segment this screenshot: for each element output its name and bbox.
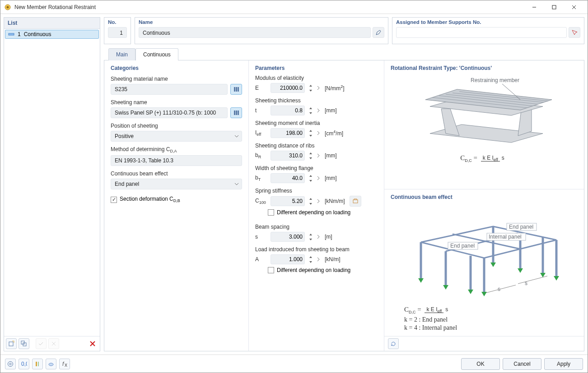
param-label: Sheeting moment of inertia [255, 120, 378, 126]
param-row: E210000.0[N/mm2] [255, 83, 378, 93]
preview-top: Rotational Restraint Type: 'Continuous' [384, 60, 584, 189]
param-unit: [N/mm2] [325, 84, 345, 92]
param-symbol: bT [255, 175, 268, 182]
restraint-diagram: Restraining member [391, 75, 578, 152]
spin-buttons[interactable] [308, 196, 314, 206]
param-value[interactable]: 1.000 [271, 254, 305, 264]
param-value[interactable]: 5.20 [271, 196, 305, 206]
list-item-name: Continuous [24, 31, 51, 37]
cloud-button[interactable] [46, 359, 56, 369]
name-input[interactable]: Continuous [139, 27, 371, 38]
spin-buttons[interactable] [308, 151, 314, 161]
tab-row: Main Continuous [104, 48, 584, 60]
tab-continuous[interactable]: Continuous [135, 48, 178, 60]
param-unit: [kNm/m] [325, 198, 345, 204]
list-panel: List 1 Continuous [4, 17, 100, 351]
restraint-item-icon [8, 32, 14, 37]
section-deformation-label: Section deformation CD,B [120, 196, 180, 203]
param-label: Spring stiffness [255, 188, 378, 194]
assigned-input[interactable] [396, 27, 567, 38]
diff-loading-checkbox[interactable] [268, 267, 274, 273]
pick-assigned-button[interactable] [569, 27, 580, 38]
step-button[interactable] [317, 107, 321, 114]
list-toolbar [4, 336, 100, 351]
categories-column: Categories Sheeting material name S235 S… [104, 60, 249, 351]
step-button[interactable] [317, 175, 321, 181]
svg-marker-40 [443, 285, 448, 290]
spin-buttons[interactable] [308, 106, 314, 115]
diff-loading-checkbox-row[interactable]: Different depending on loading [268, 267, 378, 273]
cancel-button[interactable]: Cancel [503, 358, 541, 370]
param-row: s3.000[m] [255, 232, 378, 242]
diff-loading-checkbox[interactable] [268, 209, 274, 216]
tab-main[interactable]: Main [108, 48, 135, 60]
define-spring-button[interactable] [350, 196, 361, 207]
spin-buttons[interactable] [308, 128, 314, 138]
param-value[interactable]: 210000.0 [271, 83, 305, 93]
param-value[interactable]: 3.000 [271, 232, 305, 242]
sheeting-material-library-button[interactable] [230, 84, 242, 95]
svg-marker-43 [518, 268, 523, 273]
svg-text:0,00: 0,00 [21, 361, 27, 367]
param-unit: [kN/m] [325, 256, 341, 262]
parameters-header: Parameters [255, 65, 378, 71]
help-button[interactable] [5, 359, 16, 369]
svg-rect-12 [238, 87, 239, 92]
method-value: EN 1993-1-3, Table 10.3 [111, 155, 242, 166]
function-button[interactable]: fx [59, 359, 70, 369]
k-internal-panel: k = 4 : Internal panel [404, 324, 578, 332]
formula-cdc-1: CD,C = k E Ieffs [391, 154, 578, 163]
new-item-button[interactable] [6, 338, 17, 349]
member-button[interactable] [32, 359, 43, 369]
step-button[interactable] [317, 152, 321, 159]
list-item[interactable]: 1 Continuous [5, 30, 99, 39]
param-value[interactable]: 40.0 [271, 173, 305, 183]
step-button[interactable] [317, 130, 321, 136]
maximize-button[interactable] [544, 1, 564, 14]
no-value[interactable]: 1 [108, 27, 127, 38]
spin-buttons[interactable] [308, 83, 314, 93]
preview-refresh-button[interactable] [388, 338, 399, 349]
method-label: Method of determining CD,A [111, 146, 242, 153]
section-deformation-checkbox[interactable] [111, 197, 117, 203]
section-deformation-checkbox-row[interactable]: Section deformation CD,B [111, 196, 242, 203]
param-label: Load introduced from sheeting to beam [255, 246, 378, 253]
param-value[interactable]: 198.00 [271, 128, 305, 138]
spin-buttons[interactable] [308, 232, 314, 242]
sheeting-material-input[interactable]: S235 [111, 84, 228, 95]
no-box: No. 1 [104, 17, 131, 44]
minimize-button[interactable] [524, 1, 544, 14]
svg-text:End panel: End panel [450, 243, 475, 249]
sheeting-library-button[interactable] [230, 107, 242, 118]
position-select[interactable]: Positive [111, 131, 242, 142]
param-value[interactable]: 310.0 [271, 151, 305, 161]
param-label: Sheeting thickness [255, 97, 378, 104]
svg-text:End panel: End panel [509, 224, 533, 230]
duplicate-button[interactable] [19, 338, 29, 349]
svg-line-55 [486, 285, 516, 293]
step-button[interactable] [317, 85, 321, 91]
diff-loading-checkbox-row[interactable]: Different depending on loading [268, 209, 378, 216]
edit-name-button[interactable] [373, 27, 384, 38]
delete-button[interactable] [87, 338, 98, 349]
units-button[interactable]: 0,00 [19, 359, 29, 369]
param-value[interactable]: 0.8 [271, 106, 305, 115]
step-button[interactable] [317, 198, 321, 204]
svg-point-63 [49, 363, 53, 366]
svg-rect-15 [238, 111, 239, 115]
position-value: Positive [115, 133, 134, 139]
ok-button[interactable]: OK [461, 358, 500, 370]
step-button[interactable] [317, 256, 321, 262]
close-button[interactable] [564, 1, 584, 14]
apply-button[interactable]: Apply [544, 358, 583, 370]
param-unit: [mm] [325, 152, 337, 159]
parameters-column: Parameters Modulus of elasticityE210000.… [249, 60, 384, 351]
spin-buttons[interactable] [308, 173, 314, 183]
include-button [36, 338, 47, 349]
beam-effect-select[interactable]: End panel [111, 179, 242, 189]
step-button[interactable] [317, 234, 321, 240]
sheeting-name-input[interactable]: Swiss Panel SP (+) 111/310-0.75 (b: 1000 [111, 107, 228, 118]
spin-buttons[interactable] [308, 254, 314, 264]
svg-marker-41 [468, 290, 473, 294]
position-label: Position of sheeting [111, 123, 242, 129]
